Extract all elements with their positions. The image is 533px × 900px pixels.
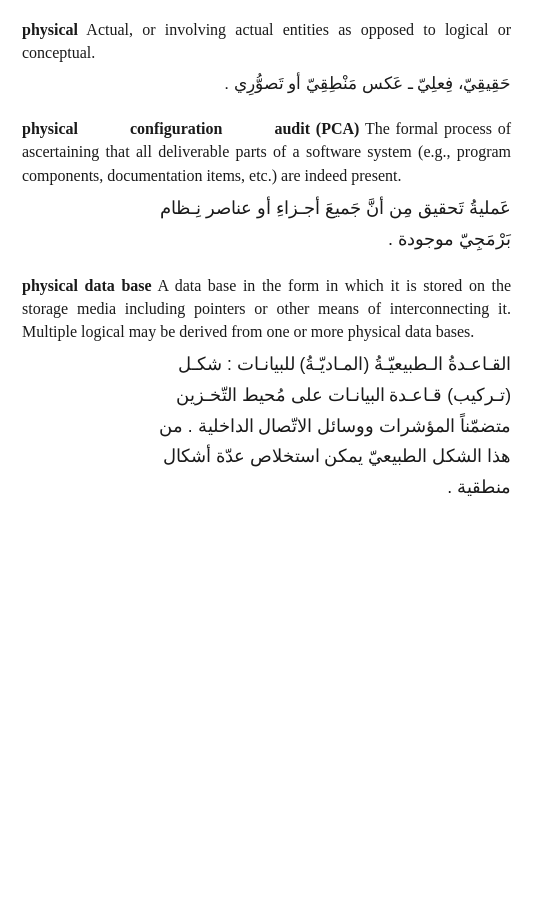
definition-physical: physical Actual, or involving actual ent… (22, 18, 511, 64)
definition-pca: physical configuration audit (PCA) The f… (22, 117, 511, 187)
entry-physical-data-base: physical data base A data base in the fo… (22, 274, 511, 503)
term-pca-abbr: (PCA) (316, 120, 360, 137)
term-physical: physical (22, 21, 78, 38)
definition-text-physical: Actual, or involving actual entities as … (22, 21, 511, 61)
arabic-pca: عَمليةُ تَحقيق مِن أنَّ جَميعَ أجـزاءِ أ… (22, 193, 511, 256)
term-physical-data-base: physical data base (22, 277, 152, 294)
term-configuration: configuration (130, 120, 222, 137)
arabic-physical: حَقِيقِيّ، فِعلِيّ ـ عَكس مَنْطِقِيّ أو … (22, 70, 511, 99)
term-physical-2: physical (22, 120, 78, 137)
entry-pca: physical configuration audit (PCA) The f… (22, 117, 511, 256)
term-audit: audit (274, 120, 310, 137)
entry-physical: physical Actual, or involving actual ent… (22, 18, 511, 99)
spacer-2 (228, 120, 268, 137)
definition-pdb: physical data base A data base in the fo… (22, 274, 511, 344)
spacer-1 (84, 120, 124, 137)
arabic-pdb: القـاعـدةُ الـطبيعيّـةُ (المـاديّـةُ) لل… (22, 349, 511, 502)
